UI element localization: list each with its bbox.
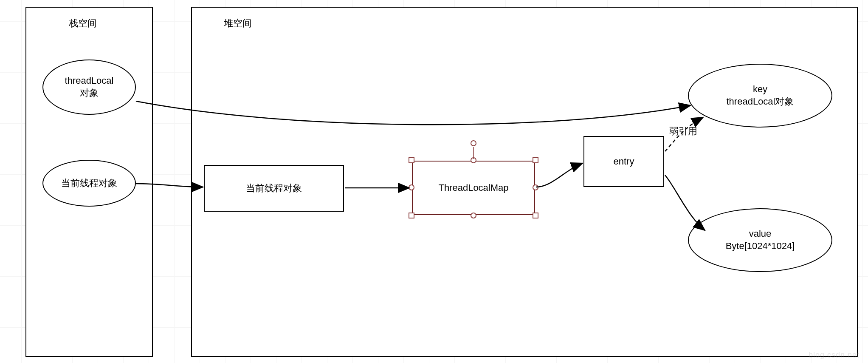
sel-handle-bl[interactable] (409, 213, 414, 218)
sel-handle-tr[interactable] (533, 157, 538, 163)
weakref-label: 弱引用 (669, 125, 697, 138)
sel-handle-rotate[interactable] (471, 140, 476, 146)
threadlocalmap-label: ThreadLocalMap (438, 182, 508, 193)
value-line1: value (749, 228, 772, 240)
sel-handle-bm[interactable] (471, 213, 476, 218)
sel-handle-br[interactable] (533, 213, 538, 218)
key-line2: threadLocal对象 (727, 96, 794, 108)
sel-handle-mr[interactable] (533, 184, 538, 190)
entry-node: entry (583, 136, 664, 187)
watermark: blog.csdn.net (809, 351, 860, 360)
key-node: key threadLocal对象 (688, 64, 832, 128)
sel-handle-tl[interactable] (409, 157, 414, 163)
stack-threadlocal-line1: threadLocal (65, 75, 114, 87)
stack-currentthread-node: 当前线程对象 (42, 160, 136, 207)
heap-currentthread-label: 当前线程对象 (246, 182, 302, 195)
heap-title: 堆空间 (224, 17, 252, 30)
stack-threadlocal-node: threadLocal 对象 (42, 60, 136, 115)
stack-title: 栈空间 (69, 17, 97, 30)
sel-handle-ml[interactable] (409, 184, 414, 190)
stack-currentthread-label: 当前线程对象 (61, 177, 117, 190)
threadlocalmap-node[interactable]: ThreadLocalMap (412, 161, 535, 215)
entry-label: entry (614, 156, 634, 167)
heap-currentthread-node: 当前线程对象 (204, 165, 344, 212)
stack-threadlocal-line2: 对象 (80, 87, 99, 99)
key-line1: key (753, 83, 767, 96)
value-node: value Byte[1024*1024] (688, 208, 832, 272)
value-line2: Byte[1024*1024] (726, 240, 795, 252)
sel-handle-tm[interactable] (471, 157, 476, 163)
